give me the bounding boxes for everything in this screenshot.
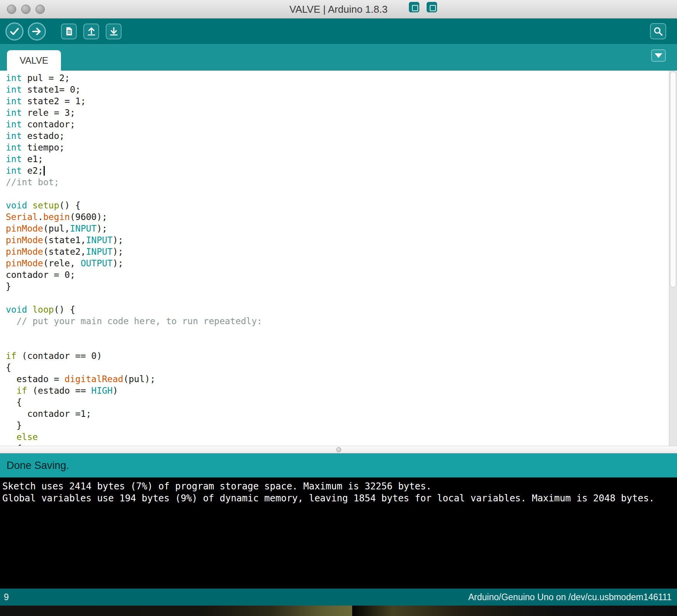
code-line: int state1= 0; xyxy=(6,84,669,95)
code-line: } xyxy=(6,420,669,431)
new-sketch-button[interactable] xyxy=(61,24,77,39)
editor-console-splitter[interactable] xyxy=(0,446,677,454)
close-button[interactable] xyxy=(7,5,16,14)
titlebar-extra-icon xyxy=(427,2,437,12)
line-status-bar: 9 Arduino/Genuino Uno on /dev/cu.usbmode… xyxy=(0,589,677,606)
window-title: VALVE | Arduino 1.8.3 xyxy=(0,0,677,19)
arrow-up-icon xyxy=(86,26,96,36)
tab-strip: VALVE xyxy=(0,44,677,71)
code-line: pinMode(state1,INPUT); xyxy=(6,234,669,246)
code-line: int estado; xyxy=(6,130,669,142)
code-line: { xyxy=(6,443,669,446)
code-line: pinMode(pul,INPUT); xyxy=(6,223,669,234)
code-line: Serial.begin(9600); xyxy=(6,211,669,223)
tab-valve[interactable]: VALVE xyxy=(7,50,61,71)
code-line: //int bot; xyxy=(6,176,669,188)
traffic-lights xyxy=(7,5,45,14)
code-line xyxy=(6,327,669,338)
check-icon xyxy=(9,26,20,37)
code-line: if (estado == HIGH) xyxy=(6,385,669,396)
tab-menu-button[interactable] xyxy=(651,49,666,62)
arrow-right-icon xyxy=(32,26,42,37)
console-output: Sketch uses 2414 bytes (7%) of program s… xyxy=(0,477,677,589)
code-area[interactable]: int pul = 2;int state1= 0;int state2 = 1… xyxy=(0,71,669,446)
desktop-wallpaper-sliver xyxy=(0,606,677,616)
code-line: estado = digitalRead(pul); xyxy=(6,373,669,385)
code-line: int state2 = 1; xyxy=(6,95,669,107)
upload-button[interactable] xyxy=(28,22,46,41)
arrow-down-icon xyxy=(109,26,119,36)
code-line: int e1; xyxy=(6,153,669,165)
board-port-info: Arduino/Genuino Uno on /dev/cu.usbmodem1… xyxy=(468,592,672,602)
verify-button[interactable] xyxy=(5,22,24,41)
editor: int pul = 2;int state1= 0;int state2 = 1… xyxy=(0,71,677,446)
code-line: void setup() { xyxy=(6,200,669,211)
toolbar xyxy=(0,19,677,44)
code-line: void loop() { xyxy=(6,304,669,315)
current-line-number: 9 xyxy=(4,592,9,602)
code-line: pinMode(state2,INPUT); xyxy=(6,246,669,257)
code-line: } xyxy=(6,281,669,292)
code-line: int tiempo; xyxy=(6,142,669,153)
magnifier-icon xyxy=(653,26,663,37)
code-line: int pul = 2; xyxy=(6,72,669,84)
console-line: Global variables use 194 bytes (9%) of d… xyxy=(2,492,673,504)
status-bar: Done Saving. xyxy=(0,454,677,477)
code-line: // put your main code here, to run repea… xyxy=(6,315,669,327)
chevron-down-icon xyxy=(655,53,662,58)
code-line: { xyxy=(6,396,669,408)
titlebar-extra-icon xyxy=(409,2,419,12)
code-line: else xyxy=(6,431,669,443)
scrollbar-thumb[interactable] xyxy=(670,71,676,288)
console-line: Sketch uses 2414 bytes (7%) of program s… xyxy=(2,481,673,492)
editor-vertical-scrollbar[interactable] xyxy=(669,71,677,446)
code-line xyxy=(6,338,669,350)
code-line: contador =1; xyxy=(6,408,669,420)
code-line: contador = 0; xyxy=(6,269,669,281)
save-sketch-button[interactable] xyxy=(106,24,122,39)
code-line: int rele = 3; xyxy=(6,107,669,118)
code-line: int contador; xyxy=(6,118,669,130)
serial-monitor-button[interactable] xyxy=(650,23,666,39)
zoom-button[interactable] xyxy=(35,5,45,14)
code-line xyxy=(6,292,669,304)
status-message: Done Saving. xyxy=(7,460,69,472)
code-line: { xyxy=(6,362,669,373)
arduino-ide-window: VALVE | Arduino 1.8.3 xyxy=(0,0,677,616)
document-icon xyxy=(64,26,74,36)
code-line: if (contador == 0) xyxy=(6,350,669,362)
splitter-handle-icon xyxy=(336,447,341,452)
code-line: pinMode(rele, OUTPUT); xyxy=(6,257,669,269)
text-caret xyxy=(44,166,45,176)
code-line xyxy=(6,188,669,200)
minimize-button[interactable] xyxy=(21,5,30,14)
code-line: int e2; xyxy=(6,165,669,176)
open-sketch-button[interactable] xyxy=(83,24,99,39)
titlebar: VALVE | Arduino 1.8.3 xyxy=(0,0,677,19)
